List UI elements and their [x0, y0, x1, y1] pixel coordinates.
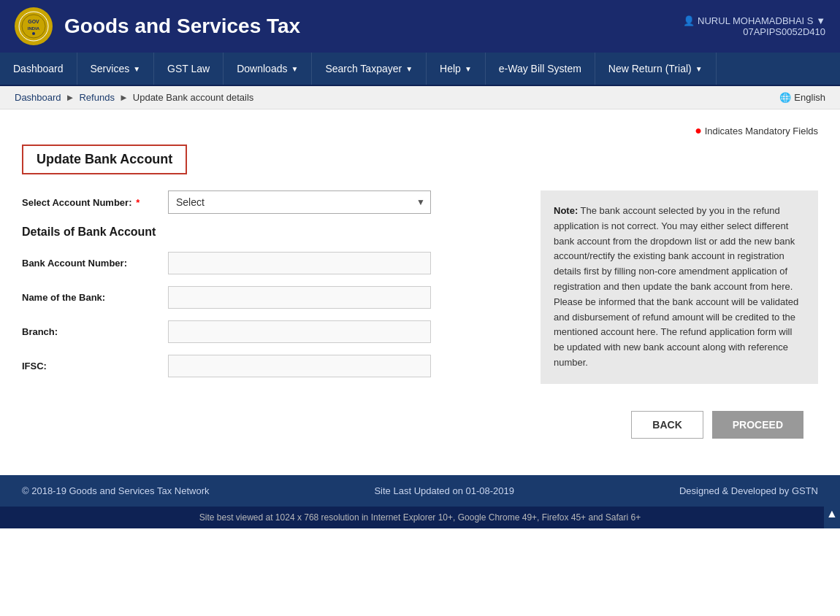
logo: GOV INDIA: [15, 7, 53, 45]
mandatory-text: Indicates Mandatory Fields: [705, 126, 818, 136]
breadcrumb-dashboard[interactable]: Dashboard: [15, 92, 61, 103]
bank-account-number-label: Bank Account Number:: [22, 258, 168, 269]
bank-account-number-input[interactable]: [168, 252, 431, 274]
ifsc-row: IFSC:: [22, 355, 523, 377]
header-left: GOV INDIA Goods and Services Tax: [15, 7, 300, 45]
ifsc-input[interactable]: [168, 355, 431, 377]
chevron-down-icon: ▼: [133, 65, 140, 73]
proceed-button[interactable]: PROCEED: [712, 411, 803, 439]
page-title: Update Bank Account: [37, 152, 172, 167]
buttons-row: BACK PROCEED: [22, 411, 818, 439]
mandatory-note: ● Indicates Mandatory Fields: [22, 124, 818, 137]
select-account-row: Select Account Number: * Select ▼: [22, 190, 523, 214]
user-icon: 👤: [683, 15, 695, 26]
breadcrumb-bar: Dashboard ► Refunds ► Update Bank accoun…: [0, 86, 840, 109]
scroll-to-top-button[interactable]: ▲: [824, 499, 840, 528]
nav-search-taxpayer[interactable]: Search Taxpayer ▼: [312, 53, 427, 85]
update-bank-account-box: Update Bank Account: [22, 145, 187, 174]
chevron-down-icon: ▼: [291, 65, 298, 73]
account-number-select[interactable]: Select: [168, 190, 431, 214]
header: GOV INDIA Goods and Services Tax 👤 NURUL…: [0, 0, 840, 53]
footer-bottom: Site best viewed at 1024 x 768 resolutio…: [0, 507, 840, 528]
footer-main: © 2018-19 Goods and Services Tax Network…: [0, 475, 840, 507]
form-section: Select Account Number: * Select ▼ Detail…: [22, 190, 523, 389]
nav-services[interactable]: Services ▼: [77, 53, 155, 85]
branch-row: Branch:: [22, 320, 523, 343]
site-title: Goods and Services Tax: [64, 15, 300, 38]
user-gstin: 07APIPS0052D410: [743, 26, 825, 37]
main-nav: Dashboard Services ▼ GST Law Downloads ▼…: [0, 53, 840, 86]
chevron-down-icon: ▼: [405, 65, 413, 73]
note-label: Note:: [554, 205, 578, 216]
user-info: 👤 NURUL MOHAMADBHAI S ▼ 07APIPS0052D410: [683, 15, 825, 37]
chevron-down-icon: ▼: [465, 65, 472, 73]
bank-account-number-row: Bank Account Number:: [22, 252, 523, 274]
nav-eway-bill[interactable]: e-Way Bill System: [486, 53, 595, 85]
breadcrumb-sep-1: ►: [66, 92, 75, 103]
footer-copyright: © 2018-19 Goods and Services Tax Network: [22, 485, 209, 496]
language-selector[interactable]: 🌐 English: [779, 92, 825, 103]
form-note-wrapper: Select Account Number: * Select ▼ Detail…: [22, 190, 818, 389]
chevron-down-icon: ▼: [695, 65, 703, 73]
language-label: English: [794, 92, 825, 103]
main-content: ● Indicates Mandatory Fields Update Bank…: [0, 109, 840, 453]
footer-last-updated: Site Last Updated on 01-08-2019: [374, 485, 514, 496]
branch-label: Branch:: [22, 326, 168, 337]
svg-text:GOV: GOV: [28, 19, 39, 24]
mandatory-dot: ●: [695, 124, 702, 136]
nav-new-return[interactable]: New Return (Trial) ▼: [595, 53, 717, 85]
select-account-label: Select Account Number: *: [22, 197, 168, 208]
bank-details-title: Details of Bank Account: [22, 226, 523, 239]
user-name: NURUL MOHAMADBHAI S: [698, 15, 813, 26]
name-of-bank-label: Name of the Bank:: [22, 292, 168, 303]
nav-dashboard[interactable]: Dashboard: [0, 53, 77, 85]
account-select-wrapper: Select ▼: [168, 190, 431, 214]
name-of-bank-row: Name of the Bank:: [22, 286, 523, 309]
nav-help[interactable]: Help ▼: [427, 53, 486, 85]
name-of-bank-input[interactable]: [168, 286, 431, 309]
nav-downloads[interactable]: Downloads ▼: [224, 53, 312, 85]
note-section: Note: The bank account selected by you i…: [541, 190, 818, 384]
nav-gst-law[interactable]: GST Law: [154, 53, 224, 85]
breadcrumb-refunds[interactable]: Refunds: [79, 92, 114, 103]
footer-browser-note: Site best viewed at 1024 x 768 resolutio…: [199, 512, 641, 523]
svg-text:INDIA: INDIA: [28, 26, 40, 31]
globe-icon: 🌐: [779, 92, 791, 103]
breadcrumb-current: Update Bank account details: [133, 92, 254, 103]
note-text: The bank account selected by you in the …: [554, 205, 798, 368]
ifsc-label: IFSC:: [22, 361, 168, 371]
breadcrumb: Dashboard ► Refunds ► Update Bank accoun…: [15, 92, 253, 103]
back-button[interactable]: BACK: [631, 411, 703, 439]
svg-point-4: [32, 32, 35, 35]
required-marker: *: [136, 197, 140, 208]
breadcrumb-sep-2: ►: [119, 92, 129, 103]
footer-developed-by: Designed & Developed by GSTN: [679, 485, 818, 496]
branch-input[interactable]: [168, 320, 431, 343]
